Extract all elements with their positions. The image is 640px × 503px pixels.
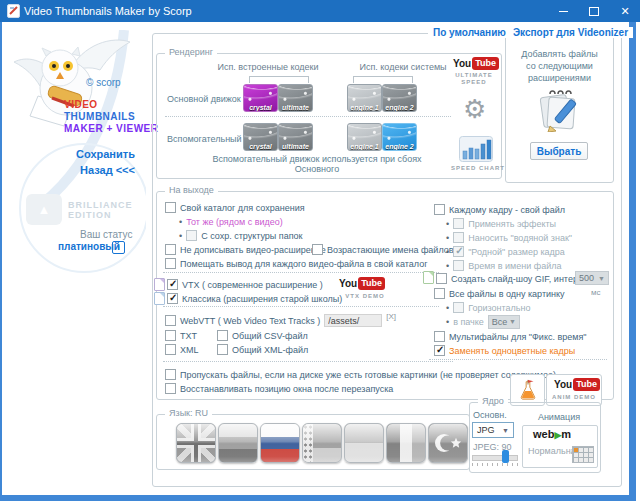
per-frame-label: Каждому кадру - свой файл [449,205,565,215]
gif-file-icon [423,271,434,284]
one-image-checkbox[interactable] [434,288,445,299]
extensions-panel: Добавлять файлы со следующими расширения… [505,33,614,183]
webm-web: web [533,428,554,440]
tile-label: engine 1 [348,104,381,111]
vtx-checkbox[interactable] [167,279,178,290]
same-folder-option[interactable]: Тот же (рядом с видео) [186,217,283,227]
engine-tile-main-engine2[interactable]: engine 2 [382,84,417,112]
ultimate-caption: ULTIMATE [451,72,497,78]
watermark-label: Наносить "водяной знак" [468,233,572,243]
youtube-tube: Tube [573,378,600,391]
vtx-label: VTX ( современное расширение ) [182,280,323,290]
row-own-folder: Свой каталог для сохранения [165,201,305,214]
gif-slideshow-checkbox[interactable] [436,273,447,284]
webvtt-path-input[interactable] [324,314,382,327]
engine-tile-aux-engine2[interactable]: engine 2 [382,123,417,151]
quality-slider-track[interactable] [472,455,518,461]
tile-label: ultimate [279,143,312,150]
row-restore-pos: Восстанавливать позицию окна после перез… [165,382,393,395]
txt-checkbox[interactable] [165,330,176,341]
dotted-divider [429,359,607,360]
flag-ornament [303,424,313,462]
tile-label: engine 2 [383,104,416,111]
engine-tile-aux-ultimate[interactable]: ultimate [278,123,313,151]
time-in-name-checkbox[interactable] [453,260,464,271]
info-icon[interactable]: i [112,241,125,254]
one-image-label: Все файлы в одну картинку [449,289,565,299]
choose-extensions-button[interactable]: Выбрать [530,142,588,160]
per-video-folder-label: Помещать вывод для каждого видео-файла в… [180,259,427,269]
export-videonizer-link[interactable]: Экспорт для Videonizer [508,27,633,38]
notepad-pencil-icon [534,86,586,132]
extensions-line-2: со следующими [506,60,613,72]
youtube-vtx-demo-logo: YouTube [339,277,385,290]
engine-tile-main-crystal[interactable]: crystal [243,84,278,112]
webvtt-checkbox[interactable] [165,315,176,326]
per-frame-checkbox[interactable] [434,204,445,215]
app-icon [7,4,20,18]
csv-checkbox[interactable] [217,330,228,341]
xml-checkbox[interactable] [165,344,176,355]
engine-tile-aux-crystal[interactable]: crystal [243,123,278,151]
replace-frames-checkbox[interactable] [434,345,445,356]
native-size-checkbox[interactable] [453,246,464,257]
minimize-button[interactable] [549,0,577,22]
xml-file-checkbox[interactable] [217,344,228,355]
aux-engine-label: Вспомогательный [167,134,242,144]
inc-names-checkbox[interactable] [312,244,323,255]
effects-checkbox[interactable] [453,218,464,229]
row-xml-file: Общий XML-файл [217,343,308,356]
flag-russian[interactable] [260,423,300,463]
webvtt-label: WebVTT ( Web Video Text Tracks ) [180,316,320,326]
engine-tile-main-engine1[interactable]: engine 1 [347,84,382,112]
classic-checkbox[interactable] [167,293,178,304]
flag-german[interactable] [218,423,258,463]
engine-tile-aux-engine1[interactable]: engine 1 [347,123,382,151]
row-skip-ready: Пропускать файлы, если на диске уже есть… [165,368,556,381]
per-video-folder-checkbox[interactable] [165,258,176,269]
save-link[interactable]: Сохранить [76,148,135,160]
own-folder-checkbox[interactable] [165,202,176,213]
classic-label: Классика (расширения старой школы) [182,294,342,304]
keep-structure-checkbox[interactable] [186,230,197,241]
youtube-anim-demo-logo: YouTube [554,378,600,391]
quality-slider-handle[interactable] [502,450,509,463]
gif-interval-dropdown[interactable]: 500▼ [575,271,609,285]
watermark-checkbox[interactable] [453,232,464,243]
edition-label-1: BRILLIANCE [68,200,133,210]
main-format-label: Основн. [473,410,507,420]
horizontal-checkbox[interactable] [453,302,464,313]
back-link[interactable]: Назад <<< [80,164,135,176]
close-button[interactable]: ✕ [611,0,639,22]
format-dropdown[interactable]: JPG▼ [472,422,514,438]
defaults-link[interactable]: По умолчанию [428,27,511,38]
extensions-line-3: расширениями [506,72,613,84]
multifiles-checkbox[interactable] [434,331,445,342]
flag-english[interactable] [176,423,216,463]
flag-belarusian[interactable] [302,423,342,463]
format-value: JPG [477,425,495,435]
xml-file-label: Общий XML-файл [232,345,308,355]
no-ext-checkbox[interactable] [165,244,176,255]
caption-line-1: Вспомогательный движок используется при … [177,154,457,164]
bullet-icon: • [446,233,449,243]
skip-ready-checkbox[interactable] [165,369,176,380]
flag-ukrainian[interactable] [344,423,384,463]
mosaic-grid-icon[interactable] [572,446,594,463]
animation-panel: web▶m Нормальная [522,425,598,468]
restore-pos-checkbox[interactable] [165,383,176,394]
flag-turkish[interactable] [428,423,468,463]
slider-ticks [472,463,518,466]
engine-tile-main-ultimate[interactable]: ultimate [278,84,313,112]
row-inc-names: Возрастающие имена файлов [312,243,454,256]
chevron-down-icon: ▼ [502,427,509,434]
main-engine-label: Основной движок [167,94,241,104]
flag-french[interactable] [386,423,426,463]
bullet-icon: • [446,303,449,313]
bullet-icon: • [179,231,182,241]
batch-dropdown[interactable]: Все▼ [488,315,520,329]
maximize-button[interactable] [580,0,608,22]
webvtt-clear-link[interactable]: [X] [386,312,396,321]
tile-label: ultimate [279,104,312,111]
minimize-icon [559,11,568,12]
